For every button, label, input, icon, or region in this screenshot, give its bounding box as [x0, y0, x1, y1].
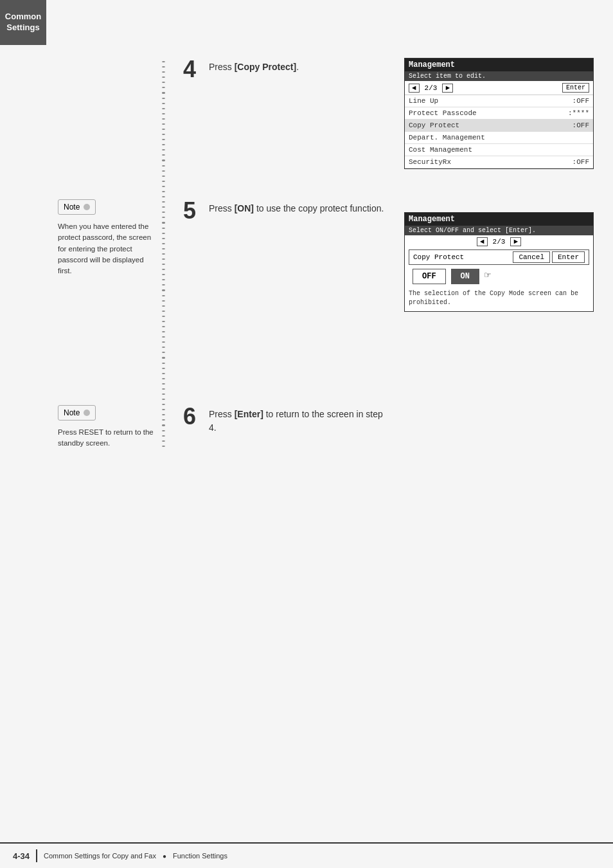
screen2-subheader: Select ON/OFF and select [Enter].: [405, 226, 593, 235]
dot: [162, 341, 165, 343]
row-label: Protect Passcode: [409, 109, 477, 117]
step4-section: 4 Press [Copy Protect]. Management Selec…: [58, 58, 594, 169]
footer-divider: [36, 849, 37, 862]
dot: [162, 388, 165, 390]
dot: [162, 186, 165, 187]
note1-circle: [84, 204, 90, 210]
corner-tab-line1: Common: [5, 12, 41, 21]
screen2-header: Management: [405, 213, 593, 226]
screen2-caption: The selection of the Copy Mode screen ca…: [405, 287, 593, 311]
dot: [162, 378, 165, 379]
screen1-row: Protect Passcode:****: [405, 107, 593, 120]
corner-tab-line2: Settings: [6, 23, 39, 32]
footer-text: Common Settings for Copy and Fax: [44, 852, 156, 860]
dot: [162, 347, 165, 348]
note2-text: Press RESET to return to the standby scr…: [58, 427, 157, 449]
footer-section: Function Settings: [173, 852, 227, 860]
step4-text-after: .: [296, 62, 299, 72]
step6-section: Note Press RESET to return to the standb…: [58, 405, 594, 449]
step4-header: 4 Press [Copy Protect].: [183, 58, 391, 81]
cursor-hand-icon: ☞: [484, 269, 491, 284]
corner-tab-text: Common Settings: [5, 12, 41, 33]
step5-text: Press [ON] to use the copy protect funct…: [209, 202, 384, 215]
screen1-header: Management: [405, 59, 593, 71]
row-label: SecurityRx: [409, 158, 451, 166]
note2-box: Note: [58, 405, 96, 420]
step5-text-after: to use the copy protect function.: [254, 203, 384, 213]
dot: [162, 331, 165, 332]
screen1-subheader: Select item to edit.: [405, 71, 593, 81]
dot: [162, 196, 165, 197]
management-screen1: Management Select item to edit. ◄ 2/3 ► …: [404, 58, 594, 169]
step4-number: 4: [183, 58, 202, 81]
row-label: Depart. Management: [409, 134, 485, 141]
screen2-off-btn[interactable]: OFF: [413, 269, 446, 284]
note1-text: When you have entered the protect passco…: [58, 221, 157, 276]
screen2-nav-count: 2/3: [493, 238, 506, 246]
dot: [162, 191, 165, 192]
corner-tab: Common Settings: [0, 0, 46, 45]
screen1-enter-btn[interactable]: Enter: [562, 83, 589, 93]
screen2-on-btn[interactable]: ON: [451, 269, 479, 284]
screen2-copy-protect-label: Copy Protect: [413, 253, 464, 261]
dot: [162, 373, 165, 374]
screen1-row: Cost Management: [405, 144, 593, 156]
step4-bold: [Copy Protect]: [235, 62, 296, 72]
step5-note-col: Note When you have entered the protect p…: [58, 199, 157, 312]
dot: [162, 363, 165, 364]
footer-bullet: ●: [163, 853, 166, 860]
screen2-nav: ◄ 2/3 ►: [405, 235, 593, 248]
step5-header: 5 Press [ON] to use the copy protect fun…: [183, 199, 391, 222]
screen2-container: Management Select ON/OFF and select [Ent…: [404, 199, 594, 312]
step5-content: 5 Press [ON] to use the copy protect fun…: [170, 199, 391, 312]
row-value: :OFF: [573, 158, 589, 166]
screen1-nav-right[interactable]: ►: [442, 84, 453, 93]
step6-content: 6 Press [Enter] to return to the screen …: [170, 405, 391, 449]
row-label: Line Up: [409, 97, 438, 105]
screen2-cancel-btn[interactable]: Cancel: [513, 251, 550, 263]
note2-label: Note: [64, 408, 80, 417]
row-value: :OFF: [573, 122, 589, 129]
row-label: Cost Management: [409, 146, 472, 154]
note2-circle: [84, 410, 90, 416]
screen1-container: Management Select item to edit. ◄ 2/3 ► …: [404, 58, 594, 169]
screen1-nav: ◄ 2/3 ► Enter: [405, 81, 593, 95]
screen2-copy-protect-row: Copy Protect Cancel Enter: [409, 249, 589, 265]
screen2-nav-right[interactable]: ►: [510, 237, 521, 246]
screen1-row: Copy Protect:OFF: [405, 120, 593, 132]
screen1-rows: Line Up:OFFProtect Passcode:****Copy Pro…: [405, 95, 593, 168]
screen2-enter-btn[interactable]: Enter: [552, 251, 585, 263]
screen2-toggles: OFF ON ☞: [405, 266, 593, 287]
step6-header: 6 Press [Enter] to return to the screen …: [183, 405, 391, 435]
step5-bold: [ON]: [235, 203, 254, 213]
dot: [162, 399, 165, 400]
note1-label: Note: [64, 203, 80, 212]
dot: [162, 368, 165, 369]
row-value: :****: [568, 109, 589, 117]
footer-page-number: 4-34: [13, 851, 30, 861]
screen1-row: SecurityRx:OFF: [405, 156, 593, 168]
note1-box: Note: [58, 199, 96, 215]
dot: [162, 336, 165, 338]
management-screen2: Management Select ON/OFF and select [Ent…: [404, 212, 594, 312]
dot: [162, 176, 165, 177]
step6-empty-col: [404, 405, 594, 449]
screen1-nav-left[interactable]: ◄: [409, 84, 420, 93]
screen1-nav-count: 2/3: [425, 84, 438, 92]
dot: [162, 357, 165, 358]
dot: [162, 383, 165, 384]
step6-text: Press [Enter] to return to the screen in…: [209, 408, 391, 435]
step4-note-area: [58, 58, 157, 169]
dot: [162, 181, 165, 182]
step4-content: 4 Press [Copy Protect].: [170, 58, 391, 169]
dot: [162, 393, 165, 395]
dot: [162, 321, 165, 322]
screen1-row: Depart. Management: [405, 132, 593, 144]
step5-number: 5: [183, 199, 202, 222]
dot: [162, 326, 165, 327]
page-footer: 4-34 Common Settings for Copy and Fax ● …: [0, 842, 613, 868]
screen1-row: Line Up:OFF: [405, 95, 593, 107]
dot: [162, 352, 165, 353]
dot: [162, 170, 165, 172]
screen2-nav-left[interactable]: ◄: [477, 237, 488, 246]
